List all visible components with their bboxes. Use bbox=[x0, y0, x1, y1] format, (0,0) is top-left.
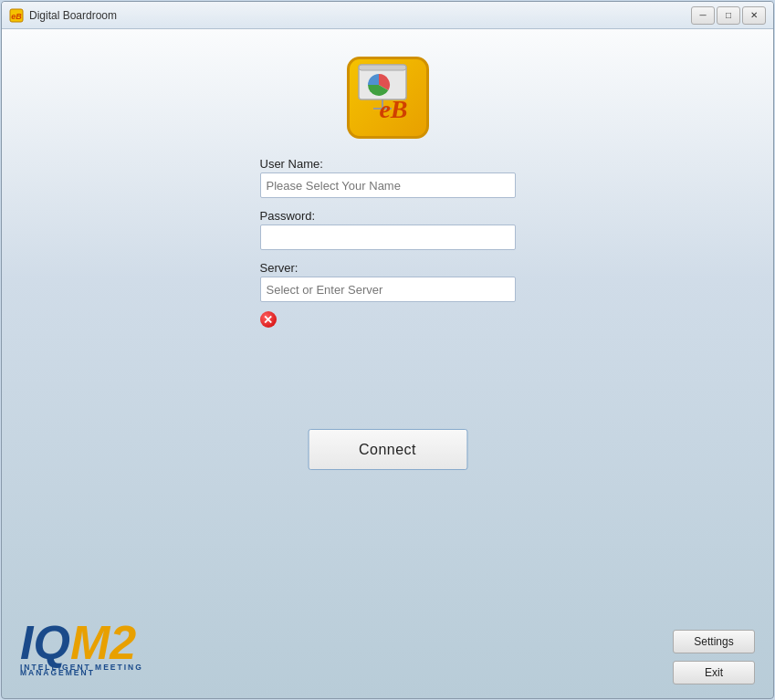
password-group: Password: bbox=[260, 209, 516, 250]
main-window: eB Digital Boardroom ─ □ ✕ bbox=[1, 1, 774, 699]
app-icon-inner: eB bbox=[347, 57, 429, 139]
svg-text:eB: eB bbox=[11, 12, 22, 21]
app-icon-small: eB bbox=[9, 8, 24, 23]
settings-button[interactable]: Settings bbox=[673, 630, 755, 653]
error-indicator: ✕ bbox=[260, 311, 516, 328]
username-label: User Name: bbox=[260, 157, 516, 171]
server-label: Server: bbox=[260, 261, 516, 275]
title-bar: eB Digital Boardroom ─ □ ✕ bbox=[2, 2, 773, 29]
error-icon: ✕ bbox=[260, 311, 277, 328]
password-label: Password: bbox=[260, 209, 516, 223]
username-input[interactable] bbox=[260, 172, 516, 198]
window-controls: ─ □ ✕ bbox=[691, 6, 766, 25]
login-form: User Name: Password: Server: ✕ bbox=[260, 157, 516, 328]
logo-subtitle-line2: Management bbox=[20, 668, 95, 677]
username-group: User Name: bbox=[260, 157, 516, 198]
exit-button[interactable]: Exit bbox=[673, 661, 755, 684]
logo-iq: IQ bbox=[20, 619, 70, 666]
logo-2: 2 bbox=[110, 619, 136, 666]
main-content: eB User Name: Password: Server: ✕ bbox=[2, 29, 773, 598]
server-group: Server: bbox=[260, 261, 516, 302]
app-logo-icon: eB bbox=[347, 57, 429, 139]
side-buttons: Settings Exit bbox=[673, 630, 755, 698]
window-title: Digital Boardroom bbox=[29, 9, 686, 22]
server-input[interactable] bbox=[260, 277, 516, 302]
maximize-button[interactable]: □ bbox=[717, 6, 740, 25]
password-input[interactable] bbox=[260, 225, 516, 250]
svg-text:eB: eB bbox=[379, 95, 407, 123]
bottom-bar: IQ M 2 Intelligent Meeting Management Se… bbox=[2, 598, 773, 698]
logo-text: IQ M 2 bbox=[20, 619, 136, 666]
connect-section: Connect bbox=[308, 429, 467, 470]
close-button[interactable]: ✕ bbox=[742, 6, 766, 25]
svg-rect-3 bbox=[359, 65, 406, 70]
minimize-button[interactable]: ─ bbox=[691, 6, 715, 25]
connect-button[interactable]: Connect bbox=[308, 429, 467, 470]
logo-m: M bbox=[70, 619, 110, 666]
iqm2-logo: IQ M 2 Intelligent Meeting Management bbox=[20, 619, 143, 677]
